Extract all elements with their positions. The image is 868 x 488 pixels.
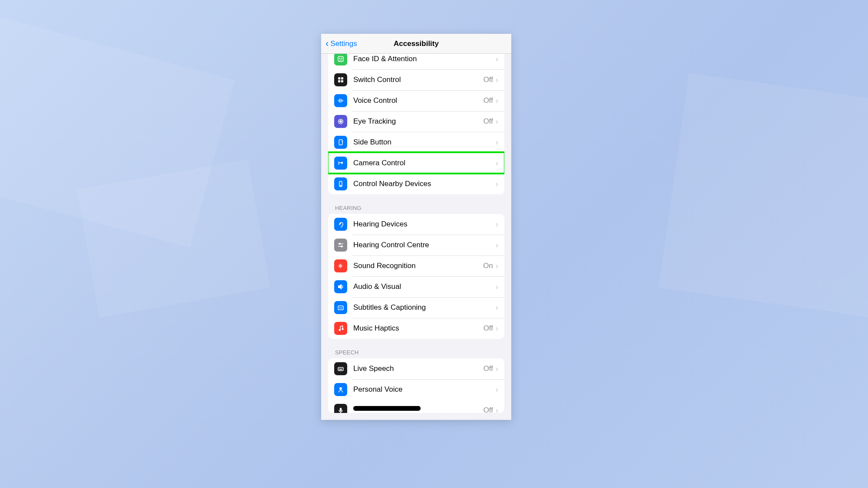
- row-faceid[interactable]: Face ID & Attention›: [328, 54, 504, 69]
- row-soundrecognition[interactable]: Sound RecognitionOn›: [328, 255, 504, 276]
- chevron-right-icon: ›: [496, 55, 498, 64]
- row-label: Subtitles & Captioning: [353, 303, 496, 312]
- row-label: Switch Control: [353, 75, 483, 84]
- row-hearingdevices[interactable]: Hearing Devices›: [328, 214, 504, 235]
- chevron-right-icon: ›: [496, 96, 498, 105]
- svg-rect-6: [342, 81, 343, 82]
- row-voicecontrol[interactable]: Voice ControlOff›: [328, 90, 504, 111]
- row-controlnearby[interactable]: Control Nearby Devices›: [328, 174, 504, 194]
- row-livespeech[interactable]: Live SpeechOff›: [328, 358, 504, 379]
- back-label: Settings: [330, 39, 357, 48]
- svg-point-8: [340, 121, 342, 123]
- row-value: Off: [483, 75, 493, 84]
- group-hearing: Hearing Devices›Hearing Control Centre›S…: [328, 214, 504, 339]
- navbar: ‹ Settings Accessibility: [321, 34, 511, 54]
- row-eyetracking[interactable]: Eye TrackingOff›: [328, 111, 504, 132]
- row-label: Face ID & Attention: [353, 55, 496, 63]
- row-label: Music Haptics: [353, 324, 483, 333]
- row-switchcontrol[interactable]: Switch ControlOff›: [328, 69, 504, 90]
- row-label: [353, 410, 483, 411]
- live-speech-icon: [334, 362, 347, 375]
- row-label: Eye Tracking: [353, 117, 483, 126]
- row-label: Side Button: [353, 138, 496, 147]
- row-sidebutton[interactable]: Side Button›: [328, 132, 504, 153]
- hearing-devices-icon: [334, 218, 347, 231]
- personal-voice-icon: [334, 383, 347, 396]
- row-value: Off: [483, 406, 493, 413]
- chevron-right-icon: ›: [496, 262, 498, 271]
- chevron-right-icon: ›: [496, 282, 498, 291]
- svg-point-12: [340, 185, 341, 186]
- chevron-right-icon: ›: [496, 220, 498, 229]
- svg-rect-4: [342, 78, 343, 79]
- eye-tracking-icon: [334, 115, 347, 128]
- chevron-right-icon: ›: [496, 75, 498, 85]
- back-button[interactable]: ‹ Settings: [321, 39, 357, 49]
- row-musichaptics[interactable]: Music HapticsOff›: [328, 318, 504, 339]
- svg-rect-9: [339, 140, 342, 145]
- phone-screen: ‹ Settings Accessibility Face ID & Atten…: [321, 34, 511, 420]
- row-vocalshortcuts[interactable]: Off›: [328, 400, 504, 413]
- row-label: Personal Voice: [353, 385, 496, 394]
- row-audiovisual[interactable]: Audio & Visual›: [328, 276, 504, 297]
- row-value: Off: [483, 117, 493, 126]
- row-value: Off: [483, 96, 493, 105]
- chevron-right-icon: ›: [496, 406, 498, 413]
- redacted-bar: [353, 406, 421, 411]
- svg-point-13: [339, 243, 340, 245]
- group-touch: Face ID & Attention›Switch ControlOff›Vo…: [328, 54, 504, 194]
- row-label: Camera Control: [353, 159, 496, 167]
- chevron-left-icon: ‹: [326, 39, 329, 49]
- row-subtitles[interactable]: Subtitles & Captioning›: [328, 297, 504, 318]
- svg-point-19: [340, 388, 342, 390]
- hearing-control-icon: [334, 239, 347, 252]
- row-label: Live Speech: [353, 364, 483, 373]
- svg-rect-3: [339, 78, 340, 79]
- chevron-right-icon: ›: [496, 180, 498, 189]
- row-label: Control Nearby Devices: [353, 180, 496, 188]
- row-personalvoice[interactable]: Personal Voice›: [328, 379, 504, 400]
- chevron-right-icon: ›: [496, 385, 498, 394]
- row-label: Voice Control: [353, 96, 483, 105]
- faceid-icon: [334, 54, 347, 66]
- voice-control-icon: [334, 94, 347, 107]
- svg-point-10: [342, 162, 343, 164]
- row-label: Sound Recognition: [353, 262, 483, 270]
- row-cameracontrol[interactable]: Camera Control›: [328, 153, 504, 174]
- row-value: On: [483, 262, 493, 270]
- subtitles-icon: [334, 301, 347, 314]
- camera-control-icon: [334, 157, 347, 170]
- svg-rect-0: [338, 56, 343, 62]
- side-button-icon: [334, 136, 347, 149]
- vocal-shortcuts-icon: [334, 404, 347, 413]
- row-value: Off: [483, 324, 493, 333]
- chevron-right-icon: ›: [496, 117, 498, 126]
- row-label: Hearing Control Centre: [353, 241, 496, 249]
- music-haptics-icon: [334, 322, 347, 335]
- svg-rect-20: [340, 408, 342, 411]
- audio-visual-icon: [334, 280, 347, 293]
- settings-content: Face ID & Attention›Switch ControlOff›Vo…: [321, 54, 511, 420]
- switch-control-icon: [334, 73, 347, 86]
- chevron-right-icon: ›: [496, 303, 498, 312]
- group-speech: Live SpeechOff›Personal Voice›Off›: [328, 358, 504, 413]
- chevron-right-icon: ›: [496, 241, 498, 250]
- section-header-speech: SPEECH: [321, 339, 511, 358]
- svg-point-14: [341, 246, 342, 247]
- chevron-right-icon: ›: [496, 138, 498, 147]
- row-label: Hearing Devices: [353, 220, 496, 229]
- chevron-right-icon: ›: [496, 159, 498, 168]
- chevron-right-icon: ›: [496, 364, 498, 373]
- row-value: Off: [483, 364, 493, 373]
- section-header-hearing: HEARING: [321, 194, 511, 214]
- svg-point-1: [339, 58, 340, 59]
- svg-rect-5: [339, 81, 340, 82]
- row-hearingcontrol[interactable]: Hearing Control Centre›: [328, 235, 504, 255]
- svg-point-2: [342, 58, 342, 59]
- sound-recognition-icon: [334, 259, 347, 272]
- row-label: Audio & Visual: [353, 282, 496, 291]
- control-nearby-icon: [334, 177, 347, 190]
- svg-point-17: [342, 328, 343, 330]
- chevron-right-icon: ›: [496, 324, 498, 333]
